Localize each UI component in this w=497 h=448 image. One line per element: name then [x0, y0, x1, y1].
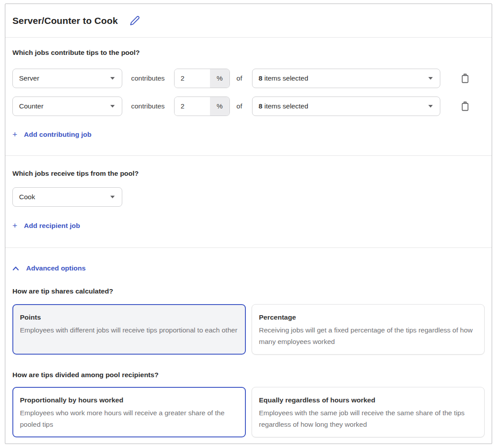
shares-question: How are tip shares calculated? — [12, 287, 485, 296]
caret-down-icon — [110, 77, 115, 80]
advanced-options-toggle[interactable]: Advanced options — [12, 264, 85, 272]
option-card-title: Equally regardless of hours worked — [259, 394, 478, 406]
caret-down-icon — [428, 77, 433, 80]
contributing-job-row-2: Counter contributes % of 8 items selecte… — [12, 97, 485, 116]
percent-field-group-1: % — [174, 69, 230, 88]
option-card-description: Employees with the same job will receive… — [259, 407, 478, 430]
contributes-label: contributes — [131, 74, 165, 82]
option-card-title: Proportionally by hours worked — [20, 394, 238, 406]
add-recipient-job-label: Add recipient job — [24, 222, 80, 230]
add-contributing-job-button[interactable]: + Add contributing job — [12, 131, 92, 139]
percent-input-2[interactable] — [175, 97, 210, 116]
trash-icon — [460, 100, 470, 112]
option-card-description: Employees who work more hours will recei… — [20, 407, 238, 430]
option-card-description: Receiving jobs will get a fixed percenta… — [259, 324, 478, 348]
trash-icon — [460, 73, 470, 84]
of-label: of — [237, 102, 242, 110]
selected-job-label: Server — [19, 74, 39, 82]
panel-header: Server/Counter to Cook — [12, 4, 485, 37]
option-card-percentage[interactable]: Percentage Receiving jobs will get a fix… — [252, 304, 485, 355]
option-card-title: Percentage — [259, 312, 478, 323]
share-option-cards: Points Employees with different jobs wil… — [12, 304, 485, 355]
pencil-icon — [130, 15, 140, 26]
divider — [5, 155, 492, 156]
selected-job-label: Counter — [19, 102, 43, 110]
contributes-label: contributes — [131, 102, 165, 110]
tip-types-multiselect-1[interactable]: 8 items selected — [252, 69, 440, 88]
percent-suffix: % — [210, 69, 229, 88]
tip-pool-config-panel: Server/Counter to Cook Which jobs contri… — [5, 4, 492, 444]
option-card-equally[interactable]: Equally regardless of hours worked Emplo… — [252, 387, 485, 437]
contributing-job-row-1: Server contributes % of 8 items selected — [12, 69, 485, 88]
page-title: Server/Counter to Cook — [12, 15, 118, 26]
edit-title-button[interactable] — [130, 15, 140, 26]
selected-job-label: Cook — [19, 193, 35, 201]
percent-suffix: % — [210, 97, 229, 116]
of-label: of — [237, 74, 242, 82]
option-card-description: Employees with different jobs will recei… — [20, 324, 238, 336]
divide-option-cards: Proportionally by hours worked Employees… — [12, 387, 485, 437]
recipient-job-select[interactable]: Cook — [12, 187, 122, 207]
option-card-title: Points — [20, 312, 238, 323]
contributing-rows: Server contributes % of 8 items selected — [12, 69, 485, 116]
caret-down-icon — [110, 105, 115, 108]
delete-contributing-job-button-2[interactable] — [460, 100, 470, 112]
tip-types-multiselect-2[interactable]: 8 items selected — [252, 97, 440, 116]
advanced-options-label: Advanced options — [26, 264, 85, 272]
plus-icon: + — [12, 222, 17, 229]
percent-field-group-2: % — [174, 97, 230, 116]
receive-question: Which jobs receive tips from the pool? — [12, 169, 485, 178]
add-recipient-job-button[interactable]: + Add recipient job — [12, 222, 80, 230]
caret-down-icon — [428, 105, 433, 108]
divider — [5, 247, 492, 248]
chevron-up-icon — [12, 266, 19, 271]
caret-down-icon — [110, 196, 115, 198]
multiselect-value: 8 items selected — [259, 74, 308, 82]
divider — [5, 37, 492, 38]
divide-question: How are tips divided among pool recipien… — [12, 371, 485, 379]
contributing-job-select-1[interactable]: Server — [12, 69, 122, 88]
contributing-job-select-2[interactable]: Counter — [12, 97, 122, 116]
percent-input-1[interactable] — [175, 69, 210, 88]
multiselect-value: 8 items selected — [259, 102, 308, 110]
plus-icon: + — [12, 131, 17, 138]
delete-contributing-job-button-1[interactable] — [460, 73, 470, 84]
option-card-points[interactable]: Points Employees with different jobs wil… — [12, 304, 246, 355]
contribute-question: Which jobs contribute tips to the pool? — [12, 48, 485, 57]
add-contributing-job-label: Add contributing job — [24, 131, 91, 139]
option-card-proportionally[interactable]: Proportionally by hours worked Employees… — [12, 387, 246, 437]
